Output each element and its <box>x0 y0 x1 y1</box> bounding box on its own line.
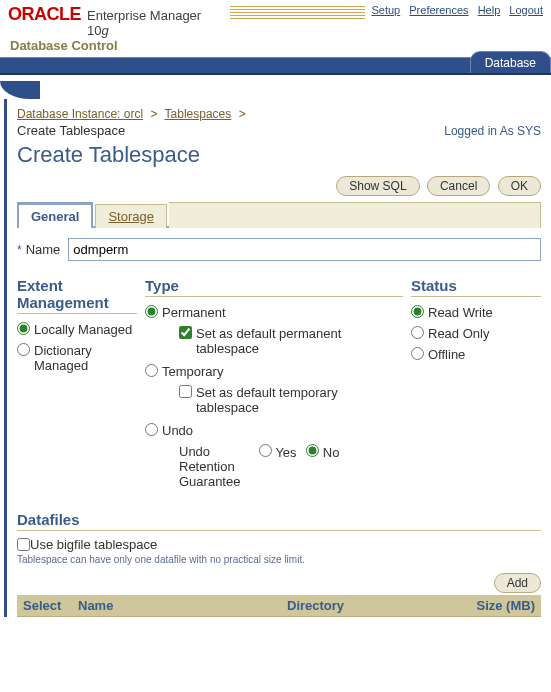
extent-heading: Extent Management <box>17 277 137 314</box>
brand-decor <box>230 6 365 20</box>
label-offline: Offline <box>428 347 465 362</box>
breadcrumb-db-instance[interactable]: Database Instance: orcl <box>17 107 143 121</box>
label-default-permanent: Set as default permanent tablespace <box>196 326 403 356</box>
radio-undo-yes[interactable] <box>259 444 272 457</box>
ok-button[interactable]: OK <box>498 176 541 196</box>
label-dictionary-managed: Dictionary Managed <box>34 343 137 373</box>
product-subtitle: Database Control <box>8 38 543 53</box>
name-label: Name <box>26 242 61 257</box>
header: ORACLE Enterprise Manager 10g Setup Pref… <box>0 0 551 53</box>
name-input[interactable] <box>68 238 541 261</box>
breadcrumb-tablespaces[interactable]: Tablespaces <box>165 107 232 121</box>
col-name: Name <box>72 595 281 617</box>
label-read-only: Read Only <box>428 326 489 341</box>
logged-in-status: Logged in As SYS <box>444 124 541 138</box>
link-preferences[interactable]: Preferences <box>409 4 468 16</box>
check-default-temporary[interactable] <box>179 385 192 398</box>
radio-read-write[interactable] <box>411 305 424 318</box>
type-heading: Type <box>145 277 403 297</box>
label-undo-retention: Undo Retention Guarantee <box>179 444 259 489</box>
col-select: Select <box>17 595 72 617</box>
bigfile-hint: Tablespace can have only one datafile wi… <box>17 554 541 565</box>
radio-read-only[interactable] <box>411 326 424 339</box>
radio-offline[interactable] <box>411 347 424 360</box>
datafiles-heading: Datafiles <box>17 511 541 531</box>
breadcrumb-current: Create Tablespace <box>17 123 125 138</box>
radio-permanent[interactable] <box>145 305 158 318</box>
label-temporary: Temporary <box>162 364 223 379</box>
datafiles-table: Select Name Directory Size (MB) <box>17 595 541 617</box>
cancel-button[interactable]: Cancel <box>427 176 490 196</box>
header-links: Setup Preferences Help Logout <box>365 4 543 16</box>
product-title: Enterprise Manager 10g <box>87 8 222 38</box>
tab-database[interactable]: Database <box>470 51 551 73</box>
radio-undo[interactable] <box>145 423 158 436</box>
add-button[interactable]: Add <box>494 573 541 593</box>
label-permanent: Permanent <box>162 305 226 320</box>
name-row: * Name <box>17 238 541 261</box>
brand: ORACLE Enterprise Manager 10g <box>8 4 365 38</box>
link-logout[interactable]: Logout <box>509 4 543 16</box>
page-title: Create Tablespace <box>17 142 541 168</box>
action-buttons: Show SQL Cancel OK <box>17 176 541 196</box>
status-heading: Status <box>411 277 541 297</box>
tab-storage[interactable]: Storage <box>95 204 167 228</box>
label-undo: Undo <box>162 423 193 438</box>
oracle-logo: ORACLE <box>8 4 81 25</box>
required-marker: * <box>17 243 22 257</box>
check-default-permanent[interactable] <box>179 326 192 339</box>
radio-dictionary-managed[interactable] <box>17 343 30 356</box>
link-help[interactable]: Help <box>478 4 501 16</box>
check-bigfile[interactable] <box>17 538 30 551</box>
link-setup[interactable]: Setup <box>371 4 400 16</box>
label-bigfile: Use bigfile tablespace <box>30 537 157 552</box>
section-type: Type Permanent Set as default permanent … <box>145 277 403 489</box>
label-default-temporary: Set as default temporary tablespace <box>196 385 403 415</box>
section-status: Status Read Write Read Only Offline <box>411 277 541 489</box>
col-directory: Directory <box>281 595 451 617</box>
radio-temporary[interactable] <box>145 364 158 377</box>
curve-decor <box>0 81 551 99</box>
col-size: Size (MB) <box>451 595 541 617</box>
subtab-row: General Storage <box>17 200 541 226</box>
radio-undo-no[interactable] <box>306 444 319 457</box>
label-read-write: Read Write <box>428 305 493 320</box>
radio-locally-managed[interactable] <box>17 322 30 335</box>
show-sql-button[interactable]: Show SQL <box>336 176 419 196</box>
label-locally-managed: Locally Managed <box>34 322 132 337</box>
tab-general[interactable]: General <box>17 202 93 228</box>
section-extent: Extent Management Locally Managed Dictio… <box>17 277 137 489</box>
tab-bar: Database <box>0 57 551 81</box>
breadcrumb: Database Instance: orcl > Tablespaces > <box>17 107 541 121</box>
